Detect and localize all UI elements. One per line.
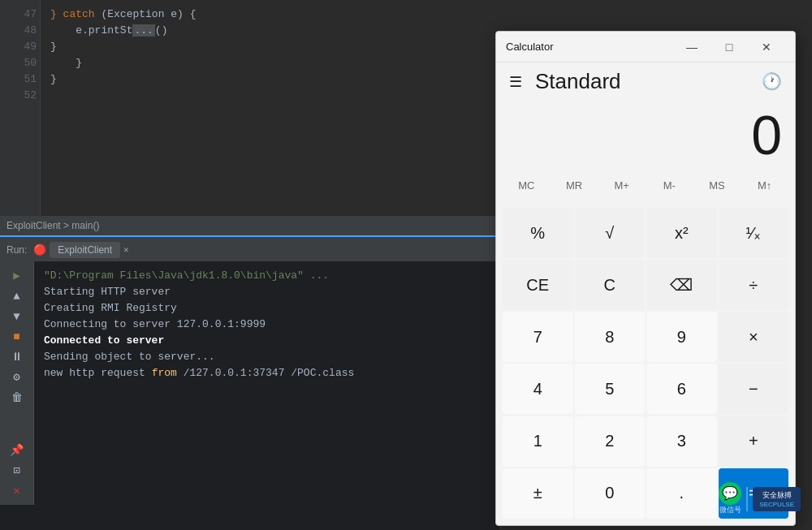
code-line: } catch (Exception e) { [50,6,494,23]
nine-button[interactable]: 9 [646,312,717,362]
line-numbers: 47 48 49 50 51 52 [0,0,41,235]
code-line: } [50,71,494,88]
layout-icon[interactable]: ⊡ [6,463,28,478]
calculator-mode: Standard [535,69,749,94]
one-button[interactable]: 1 [503,416,573,467]
percent-button[interactable]: % [503,208,573,258]
clear-icon[interactable]: 🗑 [6,390,28,405]
console-line: new http request from /127.0.0.1:37347 /… [44,365,490,381]
five-button[interactable]: 5 [575,364,646,414]
tab-close-icon[interactable]: ✕ [123,244,129,255]
calculator-title: Calculator [506,41,554,53]
add-button[interactable]: + [719,416,789,467]
hamburger-icon[interactable]: ☰ [509,73,522,91]
code-content: } catch (Exception e) { e.printSt...() }… [41,0,503,235]
settings-icon[interactable]: ⚙ [6,369,28,385]
three-button[interactable]: 3 [646,416,717,467]
memory-clear-button[interactable]: MC [503,169,551,201]
memory-add-button[interactable]: M+ [598,169,646,201]
run-label: Run: [6,244,27,256]
wechat-symbol: 💬 [722,485,738,502]
sqrt-button[interactable]: √ [575,208,646,258]
wechat-icon: 💬 [719,482,741,505]
four-button[interactable]: 4 [503,364,573,414]
multiply-button[interactable]: × [719,312,789,362]
calculator-header: ☰ Standard 🕐 [496,62,795,101]
run-toolbar: ▶ ▲ ▼ ■ ⏸ ⚙ 🗑 📌 ⊡ ✕ [0,261,34,505]
clear-button[interactable]: C [575,260,646,310]
backspace-button[interactable]: ⌫ [646,260,717,310]
memory-subtract-button[interactable]: M- [646,169,693,201]
line-number: 47 [6,6,37,23]
code-line: } [50,55,494,71]
line-number: 48 [6,23,37,39]
six-button[interactable]: 6 [646,364,717,414]
run-panel-header: Run: 🔴 ExploitClient ✕ [0,237,499,263]
two-button[interactable]: 2 [575,416,646,467]
line-number: 52 [6,88,37,104]
close-button[interactable]: ✕ [748,34,785,60]
console-line: Starting HTTP server [44,284,490,300]
minimize-button[interactable]: — [673,34,710,60]
code-line: e.printSt...() [50,23,494,39]
code-editor: 47 48 49 50 51 52 } catch (Exception e) … [0,0,503,235]
scroll-down-icon[interactable]: ▼ [6,308,28,324]
line-number: 49 [6,39,37,55]
divide-button[interactable]: ÷ [719,260,789,310]
console-line: Connecting to server 127.0.0.1:9999 [44,317,490,333]
calculator-titlebar: Calculator — □ ✕ [496,32,795,62]
restore-button[interactable]: □ [710,34,748,60]
breadcrumb: ExploitClient > main() [0,216,499,235]
subtract-button[interactable]: − [719,364,789,414]
square-button[interactable]: x² [646,208,717,258]
divider [746,487,748,511]
secpulse-text: 安全脉搏 [762,490,792,501]
console-line: Creating RMI Registry [44,300,490,317]
code-line: } [50,39,494,55]
wechat-label: 微信号 [719,505,741,515]
stop-icon[interactable]: ■ [6,329,28,344]
wechat-watermark: 💬 微信号 [719,482,741,515]
pin-icon[interactable]: 📌 [6,442,28,458]
console-line: Connected to server [44,333,490,349]
memory-store-button[interactable]: MS [693,169,741,201]
eight-button[interactable]: 8 [575,312,646,362]
clear-entry-button[interactable]: CE [503,260,573,310]
secpulse-brand: SECPULSE [759,501,794,508]
history-icon[interactable]: 🕐 [762,71,782,92]
breadcrumb-text: ExploitClient > main() [6,220,99,231]
memory-row: MC MR M+ M- MS M↑ [503,169,788,201]
console-line: Sending object to server... [44,349,490,365]
run-again-icon[interactable]: ▶ [6,268,28,283]
decimal-button[interactable]: . [646,468,717,519]
console-line: "D:\Program Files\Java\jdk1.8.0\bin\java… [44,268,490,284]
pause-icon[interactable]: ⏸ [6,349,28,364]
run-tab-label[interactable]: ExploitClient [50,242,120,258]
seven-button[interactable]: 7 [503,312,573,362]
line-number: 50 [6,55,37,71]
negate-button[interactable]: ± [503,468,573,519]
watermark: 💬 微信号 安全脉搏 SECPULSE [719,482,801,515]
zero-button[interactable]: 0 [575,468,646,519]
calculator-display: 0 [496,101,795,166]
memory-list-button[interactable]: M↑ [741,169,788,201]
error-icon[interactable]: ✕ [6,483,28,498]
calculator-window: Calculator — □ ✕ ☰ Standard 🕐 0 MC MR M+… [495,31,796,526]
calculator-buttons: % √ x² ¹∕ₓ CE C ⌫ ÷ 7 8 9 × 4 5 6 − 1 2 … [496,205,795,525]
memory-recall-button[interactable]: MR [551,169,598,201]
scroll-up-icon[interactable]: ▲ [6,288,28,304]
console-output: "D:\Program Files\Java\jdk1.8.0\bin\java… [34,261,499,530]
window-controls: — □ ✕ [673,34,785,60]
secpulse-logo: 安全脉搏 SECPULSE [753,487,801,511]
line-number: 51 [6,71,37,88]
calculator-result: 0 [509,107,782,162]
reciprocal-button[interactable]: ¹∕ₓ [719,208,789,258]
